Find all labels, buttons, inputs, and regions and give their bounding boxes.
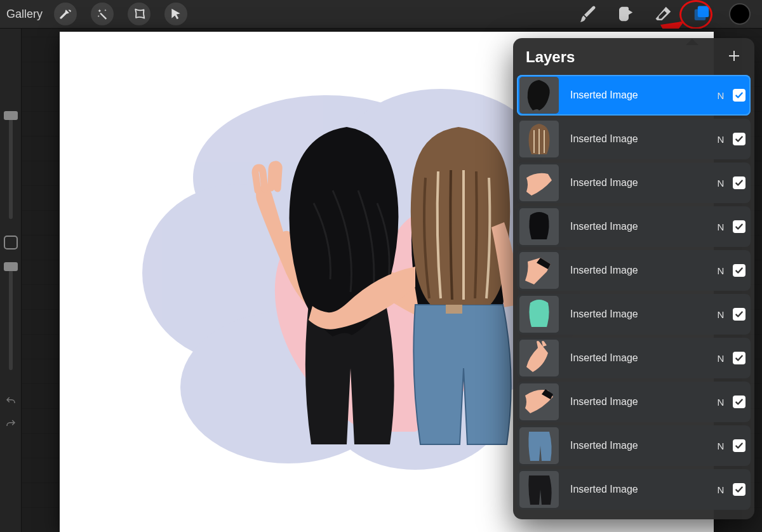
layer-row[interactable]: Inserted ImageN [517,469,751,510]
brush-tool[interactable] [577,3,598,25]
layer-thumbnail[interactable] [519,296,559,333]
check-icon [735,178,744,187]
layer-visibility-checkbox[interactable] [733,352,745,364]
brush-size-slider[interactable] [9,111,13,219]
layer-blend-mode[interactable]: N [712,441,729,451]
layer-blend-mode[interactable]: N [712,90,729,101]
smudge-icon [616,4,635,23]
layer-name: Inserted Image [570,133,712,145]
brush-icon [578,4,597,23]
layer-thumbnail[interactable] [519,121,559,157]
check-icon [735,310,744,319]
layer-name: Inserted Image [570,265,712,276]
brush-opacity-slider[interactable] [9,262,13,370]
check-icon [735,441,744,450]
layer-thumbnail[interactable] [519,252,559,289]
layer-visibility-checkbox[interactable] [733,264,745,277]
smudge-tool[interactable] [615,3,636,25]
layer-name: Inserted Image [570,90,712,101]
layer-blend-mode[interactable]: N [712,222,729,232]
undo-button[interactable] [5,396,17,409]
check-icon [735,397,744,406]
layer-name: Inserted Image [570,177,712,189]
layer-row[interactable]: Inserted ImageN [517,119,751,159]
layer-blend-mode[interactable]: N [712,134,729,145]
actions-button[interactable] [54,3,77,25]
plus-icon [726,48,742,63]
right-tools [577,3,751,25]
slider-thumb[interactable] [4,262,18,271]
redo-button[interactable] [5,418,17,432]
transform-button[interactable] [164,3,187,25]
layer-visibility-checkbox[interactable] [733,483,745,496]
layer-row[interactable]: Inserted ImageN [517,75,751,116]
color-swatch[interactable] [729,3,751,25]
layer-row[interactable]: Inserted ImageN [517,294,751,335]
check-icon [735,266,744,275]
layer-row[interactable]: Inserted ImageN [517,250,751,291]
layer-blend-mode[interactable]: N [712,484,729,495]
layers-button[interactable] [691,3,712,25]
eraser-icon [654,4,673,23]
adjustments-button[interactable] [91,3,114,25]
selection-icon [133,8,145,20]
check-icon [735,91,744,100]
layer-thumbnail[interactable] [519,471,559,508]
layer-name: Inserted Image [570,440,712,451]
layer-name: Inserted Image [570,352,712,364]
layer-thumbnail[interactable] [519,208,559,245]
layer-thumbnail[interactable] [519,383,559,420]
layer-blend-mode[interactable]: N [712,265,729,276]
layer-visibility-checkbox[interactable] [733,396,745,408]
layer-blend-mode[interactable]: N [712,178,729,189]
slider-thumb[interactable] [4,111,18,120]
layer-blend-mode[interactable]: N [712,353,729,364]
top-toolbar: Gallery [0,0,762,29]
layer-row[interactable]: Inserted ImageN [517,382,751,422]
layers-icon [692,4,711,23]
check-icon [735,485,744,494]
layer-visibility-checkbox[interactable] [733,133,745,145]
layer-thumbnail[interactable] [519,164,559,201]
side-sliders [0,29,22,532]
layer-blend-mode[interactable]: N [712,309,729,320]
layer-blend-mode[interactable]: N [712,397,729,408]
modify-button[interactable] [4,236,18,249]
selection-button[interactable] [128,3,150,25]
layer-thumbnail[interactable] [519,340,559,376]
layer-thumbnail[interactable] [519,77,559,114]
layer-row[interactable]: Inserted ImageN [517,338,751,378]
layer-row[interactable]: Inserted ImageN [517,163,751,203]
check-icon [735,354,744,362]
gallery-link[interactable]: Gallery [6,8,43,21]
layer-visibility-checkbox[interactable] [733,308,745,321]
layer-name: Inserted Image [570,396,712,408]
layers-panel: Layers Inserted ImageNInserted ImageNIns… [513,38,754,519]
svg-rect-1 [698,6,709,18]
add-layer-button[interactable] [726,48,742,66]
eraser-tool[interactable] [653,3,674,25]
layer-name: Inserted Image [570,221,712,232]
layer-row[interactable]: Inserted ImageN [517,206,751,247]
layers-list[interactable]: Inserted ImageNInserted ImageNInserted I… [513,75,754,519]
wrench-icon [59,8,72,20]
layer-name: Inserted Image [570,309,712,320]
layers-panel-title: Layers [526,48,575,66]
check-icon [735,222,744,231]
layer-visibility-checkbox[interactable] [733,89,745,102]
arrow-cursor-icon [170,8,182,20]
layer-thumbnail[interactable] [519,427,559,464]
layer-visibility-checkbox[interactable] [733,176,745,189]
layer-name: Inserted Image [570,484,712,495]
layer-visibility-checkbox[interactable] [733,439,745,452]
wand-icon [96,8,109,20]
layer-visibility-checkbox[interactable] [733,220,745,233]
check-icon [735,135,744,143]
layer-row[interactable]: Inserted ImageN [517,425,751,466]
